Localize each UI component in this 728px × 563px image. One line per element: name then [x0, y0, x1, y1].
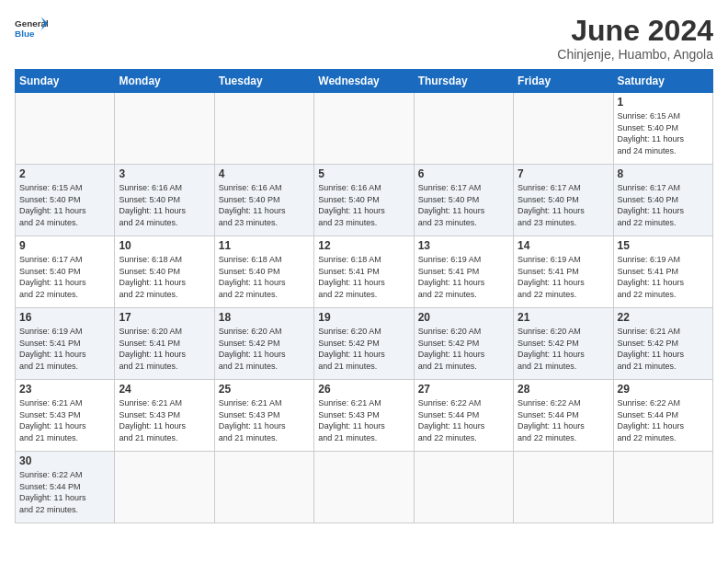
day-number: 28 — [518, 383, 609, 396]
day-info: Sunrise: 6:16 AM Sunset: 5:40 PM Dayligh… — [318, 182, 409, 228]
calendar-cell — [314, 93, 414, 165]
logo-icon: General Blue — [15, 15, 48, 42]
calendar-cell: 15Sunrise: 6:19 AM Sunset: 5:41 PM Dayli… — [613, 236, 712, 308]
calendar-cell: 1Sunrise: 6:15 AM Sunset: 5:40 PM Daylig… — [613, 93, 712, 165]
day-info: Sunrise: 6:17 AM Sunset: 5:40 PM Dayligh… — [618, 182, 709, 228]
day-info: Sunrise: 6:15 AM Sunset: 5:40 PM Dayligh… — [19, 182, 110, 228]
day-number: 24 — [119, 383, 210, 396]
logo: General Blue — [15, 15, 48, 42]
day-number: 9 — [19, 239, 110, 252]
calendar-cell: 9Sunrise: 6:17 AM Sunset: 5:40 PM Daylig… — [16, 236, 115, 308]
day-number: 3 — [119, 167, 210, 180]
calendar-cell: 14Sunrise: 6:19 AM Sunset: 5:41 PM Dayli… — [514, 236, 613, 308]
calendar-week-row: 30Sunrise: 6:22 AM Sunset: 5:44 PM Dayli… — [16, 452, 713, 523]
day-info: Sunrise: 6:19 AM Sunset: 5:41 PM Dayligh… — [418, 254, 509, 300]
day-number: 11 — [219, 239, 310, 252]
calendar-cell: 8Sunrise: 6:17 AM Sunset: 5:40 PM Daylig… — [613, 165, 712, 236]
calendar-week-row: 23Sunrise: 6:21 AM Sunset: 5:43 PM Dayli… — [16, 380, 713, 452]
day-number: 19 — [318, 311, 409, 324]
calendar-cell: 12Sunrise: 6:18 AM Sunset: 5:41 PM Dayli… — [314, 236, 414, 308]
calendar-cell — [314, 452, 414, 523]
calendar-cell: 30Sunrise: 6:22 AM Sunset: 5:44 PM Dayli… — [16, 452, 115, 523]
calendar-cell — [115, 93, 214, 165]
day-info: Sunrise: 6:21 AM Sunset: 5:43 PM Dayligh… — [19, 397, 110, 443]
day-number: 25 — [219, 383, 310, 396]
month-title: June 2024 — [557, 15, 713, 47]
day-info: Sunrise: 6:20 AM Sunset: 5:41 PM Dayligh… — [119, 326, 210, 372]
calendar-header-row: SundayMondayTuesdayWednesdayThursdayFrid… — [16, 70, 713, 93]
calendar-cell: 29Sunrise: 6:22 AM Sunset: 5:44 PM Dayli… — [613, 380, 712, 452]
calendar-cell — [214, 93, 313, 165]
calendar-cell: 23Sunrise: 6:21 AM Sunset: 5:43 PM Dayli… — [16, 380, 115, 452]
day-info: Sunrise: 6:20 AM Sunset: 5:42 PM Dayligh… — [518, 326, 609, 372]
day-info: Sunrise: 6:18 AM Sunset: 5:40 PM Dayligh… — [219, 254, 310, 300]
weekday-header-monday: Monday — [115, 70, 214, 93]
day-info: Sunrise: 6:16 AM Sunset: 5:40 PM Dayligh… — [119, 182, 210, 228]
calendar-cell: 22Sunrise: 6:21 AM Sunset: 5:42 PM Dayli… — [613, 308, 712, 380]
day-number: 17 — [119, 311, 210, 324]
location: Chinjenje, Huambo, Angola — [557, 47, 713, 62]
calendar-cell: 16Sunrise: 6:19 AM Sunset: 5:41 PM Dayli… — [16, 308, 115, 380]
day-info: Sunrise: 6:21 AM Sunset: 5:43 PM Dayligh… — [318, 397, 409, 443]
calendar-cell — [214, 452, 313, 523]
calendar-cell — [514, 93, 613, 165]
calendar-cell — [115, 452, 214, 523]
day-number: 5 — [318, 167, 409, 180]
day-info: Sunrise: 6:20 AM Sunset: 5:42 PM Dayligh… — [418, 326, 509, 372]
calendar-cell: 18Sunrise: 6:20 AM Sunset: 5:42 PM Dayli… — [214, 308, 313, 380]
weekday-header-thursday: Thursday — [414, 70, 513, 93]
calendar-body: 1Sunrise: 6:15 AM Sunset: 5:40 PM Daylig… — [16, 93, 713, 523]
calendar-cell: 21Sunrise: 6:20 AM Sunset: 5:42 PM Dayli… — [514, 308, 613, 380]
calendar-cell — [613, 452, 712, 523]
calendar-cell — [414, 452, 513, 523]
calendar-cell: 7Sunrise: 6:17 AM Sunset: 5:40 PM Daylig… — [514, 165, 613, 236]
day-info: Sunrise: 6:22 AM Sunset: 5:44 PM Dayligh… — [418, 397, 509, 443]
day-info: Sunrise: 6:17 AM Sunset: 5:40 PM Dayligh… — [19, 254, 110, 300]
calendar-cell: 11Sunrise: 6:18 AM Sunset: 5:40 PM Dayli… — [214, 236, 313, 308]
day-number: 21 — [518, 311, 609, 324]
day-number: 2 — [19, 167, 110, 180]
day-number: 4 — [219, 167, 310, 180]
calendar-cell — [514, 452, 613, 523]
calendar-week-row: 1Sunrise: 6:15 AM Sunset: 5:40 PM Daylig… — [16, 93, 713, 165]
calendar-cell: 24Sunrise: 6:21 AM Sunset: 5:43 PM Dayli… — [115, 380, 214, 452]
calendar-cell: 27Sunrise: 6:22 AM Sunset: 5:44 PM Dayli… — [414, 380, 513, 452]
day-info: Sunrise: 6:16 AM Sunset: 5:40 PM Dayligh… — [219, 182, 310, 228]
day-info: Sunrise: 6:21 AM Sunset: 5:43 PM Dayligh… — [219, 397, 310, 443]
day-number: 8 — [618, 167, 709, 180]
day-info: Sunrise: 6:20 AM Sunset: 5:42 PM Dayligh… — [318, 326, 409, 372]
day-number: 13 — [418, 239, 509, 252]
day-number: 22 — [618, 311, 709, 324]
calendar-cell: 10Sunrise: 6:18 AM Sunset: 5:40 PM Dayli… — [115, 236, 214, 308]
calendar-cell: 6Sunrise: 6:17 AM Sunset: 5:40 PM Daylig… — [414, 165, 513, 236]
calendar-week-row: 2Sunrise: 6:15 AM Sunset: 5:40 PM Daylig… — [16, 165, 713, 236]
day-info: Sunrise: 6:20 AM Sunset: 5:42 PM Dayligh… — [219, 326, 310, 372]
calendar-cell: 26Sunrise: 6:21 AM Sunset: 5:43 PM Dayli… — [314, 380, 414, 452]
day-info: Sunrise: 6:15 AM Sunset: 5:40 PM Dayligh… — [618, 110, 709, 156]
weekday-header-friday: Friday — [514, 70, 613, 93]
day-info: Sunrise: 6:19 AM Sunset: 5:41 PM Dayligh… — [518, 254, 609, 300]
day-number: 15 — [618, 239, 709, 252]
day-number: 27 — [418, 383, 509, 396]
day-number: 1 — [618, 96, 709, 109]
calendar-cell: 5Sunrise: 6:16 AM Sunset: 5:40 PM Daylig… — [314, 165, 414, 236]
day-info: Sunrise: 6:17 AM Sunset: 5:40 PM Dayligh… — [418, 182, 509, 228]
weekday-header-saturday: Saturday — [613, 70, 712, 93]
day-info: Sunrise: 6:22 AM Sunset: 5:44 PM Dayligh… — [518, 397, 609, 443]
weekday-header-sunday: Sunday — [16, 70, 115, 93]
title-block: June 2024 Chinjenje, Huambo, Angola — [557, 15, 713, 62]
day-info: Sunrise: 6:22 AM Sunset: 5:44 PM Dayligh… — [618, 397, 709, 443]
day-number: 16 — [19, 311, 110, 324]
day-number: 10 — [119, 239, 210, 252]
calendar-cell: 3Sunrise: 6:16 AM Sunset: 5:40 PM Daylig… — [115, 165, 214, 236]
calendar-cell: 2Sunrise: 6:15 AM Sunset: 5:40 PM Daylig… — [16, 165, 115, 236]
day-number: 20 — [418, 311, 509, 324]
calendar-cell: 19Sunrise: 6:20 AM Sunset: 5:42 PM Dayli… — [314, 308, 414, 380]
calendar-cell — [16, 93, 115, 165]
calendar-table: SundayMondayTuesdayWednesdayThursdayFrid… — [15, 69, 713, 523]
day-number: 26 — [318, 383, 409, 396]
day-info: Sunrise: 6:18 AM Sunset: 5:41 PM Dayligh… — [318, 254, 409, 300]
day-number: 12 — [318, 239, 409, 252]
calendar-cell: 20Sunrise: 6:20 AM Sunset: 5:42 PM Dayli… — [414, 308, 513, 380]
day-number: 6 — [418, 167, 509, 180]
